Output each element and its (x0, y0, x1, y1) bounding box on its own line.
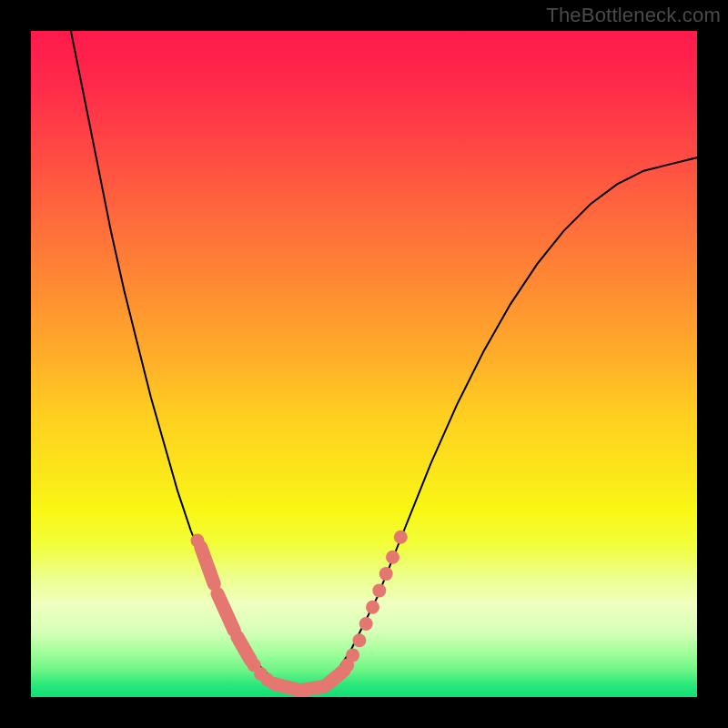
data-marker-dot (372, 583, 386, 597)
data-marker-dot (394, 531, 408, 544)
marker-layer (191, 531, 408, 691)
data-marker-dot (366, 601, 379, 614)
plot-area (31, 31, 697, 697)
data-marker-pill (201, 547, 215, 583)
chart-stage: TheBottleneck.com (0, 0, 728, 728)
data-marker-dot (386, 551, 399, 564)
data-marker-dot (352, 633, 366, 647)
data-marker-dot (346, 648, 359, 662)
data-marker-pill (274, 683, 298, 690)
data-marker-dot (359, 617, 373, 631)
data-marker-pill (301, 686, 325, 690)
data-marker-pill (238, 637, 251, 661)
watermark-text: TheBottleneck.com (546, 4, 721, 27)
data-marker-pill (328, 671, 344, 684)
curve-svg (31, 31, 697, 697)
data-marker-dot (379, 567, 393, 581)
data-marker-pill (217, 594, 234, 631)
data-marker-dot (191, 534, 205, 548)
